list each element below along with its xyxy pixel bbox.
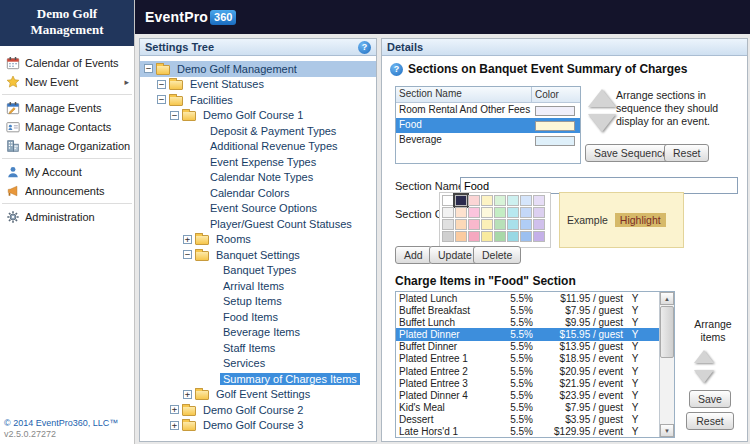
tree-node-services[interactable]: Services [140,356,376,372]
tree-node-calendar-note-types[interactable]: Calendar Note Types [140,170,376,186]
column-header-color[interactable]: Color [532,87,580,102]
tree-node-setup-items[interactable]: Setup Items [140,294,376,310]
tree-node-food-items[interactable]: Food Items [140,309,376,325]
charge-item-row[interactable]: Plated Entree 35.5%$21.95 / eventY [396,377,659,389]
charge-item-row[interactable]: Late Hors'd 15.5%$129.95 / eventY [396,426,659,437]
add-button[interactable]: Add [395,246,432,264]
tree-node-arrival-items[interactable]: Arrival Items [140,278,376,294]
tree-expand-icon[interactable]: + [183,390,192,399]
move-item-up-button[interactable] [694,350,714,363]
tree-expand-icon[interactable]: + [170,421,179,430]
sidebar-item-calendar-of-events[interactable]: Calendar of Events [0,53,134,72]
charge-list-scrollbar[interactable] [659,292,674,437]
tree-collapse-icon[interactable]: − [144,64,153,73]
tree-node-demo-golf-course-1[interactable]: −Demo Golf Course 1 [140,108,376,124]
tree-collapse-icon[interactable]: − [157,95,166,104]
section-row[interactable]: Beverage [396,133,580,148]
reset-sequence-button[interactable]: Reset [664,144,709,162]
palette-swatch[interactable] [507,231,519,242]
tree-node-event-source-options[interactable]: Event Source Options [140,201,376,217]
palette-swatch[interactable] [455,207,467,218]
section-row[interactable]: Room Rental And Other Fees [396,103,580,118]
palette-swatch[interactable] [494,219,506,230]
tree-node-additional-revenue-types[interactable]: Additional Revenue Types [140,139,376,155]
scroll-down-icon[interactable] [660,424,674,437]
charge-item-row[interactable]: Buffet Breakfast5.5%$7.95 / guestY [396,304,659,316]
palette-swatch[interactable] [481,195,493,206]
tree-node-staff-items[interactable]: Staff Items [140,340,376,356]
tree-node-event-statuses[interactable]: −Event Statuses [140,77,376,93]
tree-node-event-expense-types[interactable]: Event Expense Types [140,154,376,170]
move-section-up-button[interactable] [588,89,616,107]
tree-node-calendar-colors[interactable]: Calendar Colors [140,185,376,201]
scroll-up-icon[interactable] [660,292,674,305]
charge-item-row[interactable]: Kid's Meal5.5%$7.95 / guestY [396,401,659,413]
palette-swatch[interactable] [520,219,532,230]
palette-swatch[interactable] [494,195,506,206]
scrollbar-thumb[interactable] [660,306,674,358]
sidebar-item-announcements[interactable]: Announcements [0,181,134,200]
palette-swatch[interactable] [507,219,519,230]
sidebar-item-my-account[interactable]: My Account [0,162,134,181]
palette-swatch[interactable] [494,207,506,218]
tree-node-facilities[interactable]: −Facilities [140,92,376,108]
palette-swatch[interactable] [455,231,467,242]
palette-swatch[interactable] [481,219,493,230]
tree-node-golf-event-settings[interactable]: +Golf Event Settings [140,387,376,403]
palette-swatch[interactable] [455,219,467,230]
palette-swatch[interactable] [442,219,454,230]
tree-node-deposit-payment-types[interactable]: Deposit & Payment Types [140,123,376,139]
tree-collapse-icon[interactable]: − [157,80,166,89]
sidebar-item-manage-organizations[interactable]: Manage Organizations [0,136,134,155]
delete-button[interactable]: Delete [473,246,521,264]
section-row[interactable]: Food [396,118,580,133]
palette-swatch[interactable] [507,195,519,206]
tree-collapse-icon[interactable]: − [170,111,179,120]
tree-expand-icon[interactable]: + [183,235,192,244]
tree-node-demo-golf-management[interactable]: −Demo Golf Management [140,61,376,77]
tree-node-summary-of-charges-items[interactable]: Summary of Charges Items [140,371,376,387]
move-item-down-button[interactable] [694,370,714,383]
palette-swatch[interactable] [442,231,454,242]
palette-swatch[interactable] [533,231,545,242]
tree-node-banquet-settings[interactable]: −Banquet Settings [140,247,376,263]
palette-swatch[interactable] [520,207,532,218]
palette-swatch[interactable] [533,207,545,218]
charge-item-row[interactable]: Plated Lunch5.5%$11.95 / guestY [396,292,659,304]
palette-swatch[interactable] [520,195,532,206]
charge-item-row[interactable]: Buffet Dinner5.5%$13.95 / guestY [396,341,659,353]
help-icon[interactable] [358,41,371,54]
palette-swatch[interactable] [468,231,480,242]
copyright-link[interactable]: © 2014 EventPro360, LLC™ [4,418,118,429]
palette-swatch[interactable] [507,207,519,218]
tree-node-rooms[interactable]: +Rooms [140,232,376,248]
help-icon[interactable] [390,63,403,76]
palette-swatch[interactable] [442,195,454,206]
charge-item-row[interactable]: Buffet Lunch5.5%$9.95 / guestY [396,316,659,328]
sidebar-item-administration[interactable]: Administration [0,207,134,226]
reset-items-button[interactable]: Reset [686,412,734,430]
sidebar-item-manage-contacts[interactable]: Manage Contacts [0,117,134,136]
palette-swatch[interactable] [533,219,545,230]
palette-swatch[interactable] [442,207,454,218]
column-header-section-name[interactable]: Section Name [396,87,532,102]
palette-swatch[interactable] [481,231,493,242]
tree-node-beverage-items[interactable]: Beverage Items [140,325,376,341]
save-items-button[interactable]: Save [689,390,731,408]
charge-item-row[interactable]: Plated Dinner 45.5%$23.95 / eventY [396,389,659,401]
palette-swatch[interactable] [520,231,532,242]
tree-expand-icon[interactable]: + [170,405,179,414]
tree-node-demo-golf-course-3[interactable]: +Demo Golf Course 3 [140,418,376,434]
palette-swatch[interactable] [468,219,480,230]
tree-node-banquet-types[interactable]: Banquet Types [140,263,376,279]
tree-node-demo-golf-course-2[interactable]: +Demo Golf Course 2 [140,402,376,418]
sidebar-item-new-event[interactable]: New Event▸ [0,72,134,91]
charge-item-row[interactable]: Plated Entree 25.5%$20.95 / eventY [396,365,659,377]
charge-item-row[interactable]: Dessert5.5%$3.95 / guestY [396,414,659,426]
palette-swatch[interactable] [468,195,480,206]
charge-item-row[interactable]: Plated Entree 15.5%$18.95 / eventY [396,353,659,365]
palette-swatch[interactable] [533,195,545,206]
sidebar-item-manage-events[interactable]: Manage Events [0,98,134,117]
tree-node-player-guest-count-statuses[interactable]: Player/Guest Count Statuses [140,216,376,232]
palette-swatch[interactable] [455,195,467,206]
